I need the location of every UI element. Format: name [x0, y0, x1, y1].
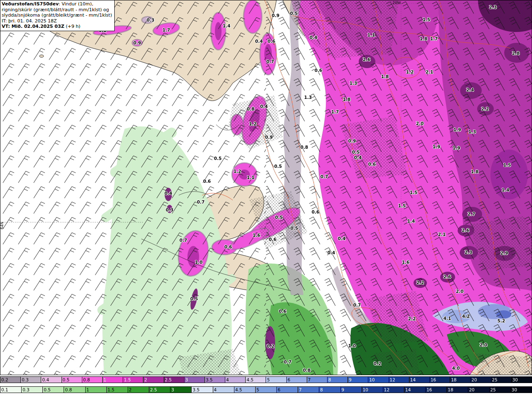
precip-value-label: 0.4 — [310, 35, 318, 40]
precip-value-label: 1.7 — [163, 27, 170, 32]
precip-value-label: 2.8 — [512, 51, 520, 56]
precip-value-label: 2.1 — [426, 69, 433, 74]
precip-value-label: 0.8 — [247, 106, 255, 111]
legend-cell: 1.5 — [107, 386, 128, 393]
legend-cell: 1 — [103, 376, 123, 383]
precip-value-label: 1.8 — [471, 169, 479, 174]
legend-snow-scale: 0.20.30.40.50.811.522.533.544.5567891012… — [0, 376, 532, 383]
precip-value-label: 0.6 — [203, 179, 211, 184]
title-rest: : Vindur (10m), — [59, 1, 93, 7]
legend-cell: 3.5 — [205, 376, 225, 383]
precip-value-label: 0.5 — [352, 150, 360, 155]
precip-value-label: 0.3 — [166, 207, 174, 212]
legend-cell: 10 — [362, 386, 383, 393]
legend-cell: 2 — [128, 386, 149, 393]
precip-value-label: 0.8 — [303, 368, 311, 373]
legend-cell: 8 — [319, 386, 340, 393]
title-line: Veðurstofan/IS750dev: Vindur (10m), — [2, 1, 112, 7]
legend-cell: 8 — [328, 376, 348, 383]
precip-value-label: 0.6 — [268, 39, 276, 44]
precip-value-label: 1.5 — [398, 203, 406, 208]
legend-cell: 4 — [225, 376, 246, 383]
legend-cell: 20 — [470, 376, 491, 383]
precip-value-label: 1.2 — [234, 169, 241, 174]
precip-value-label: 1.9 — [433, 144, 441, 149]
legend-cell: 5 — [266, 376, 286, 383]
legend-desc-rain: rigning/skúrir (grænt/blátt/rautt - mm/1… — [2, 7, 112, 13]
precip-value-label: 2.0 — [416, 121, 424, 126]
precip-value-label: 0.4 — [255, 39, 263, 44]
legend-cell: 18 — [450, 376, 470, 383]
legend-cell: 30 — [511, 386, 532, 393]
precip-value-label: 2.6 — [462, 228, 470, 233]
init-time: IT: þri. 01. 04. 2025 18Z — [2, 18, 112, 24]
precip-value-label: 2.4 — [466, 87, 474, 92]
legend-cell: 1.5 — [123, 376, 143, 383]
precip-value-label: 2.6 — [363, 57, 371, 62]
precip-value-label: 0.8 — [300, 145, 308, 150]
precip-value-label: 1.5 — [410, 190, 418, 195]
precip-value-label: 2.0 — [480, 342, 488, 347]
precip-value-label: 0.4 — [338, 236, 346, 241]
legend-cell: 7 — [307, 376, 328, 383]
legend-cell: 16 — [430, 376, 450, 383]
precip-value-label: 0.7 — [320, 174, 328, 179]
precip-value-label: 2.2 — [408, 316, 416, 321]
legend-cell: 10 — [368, 376, 389, 383]
legend-cell: 4.5 — [246, 376, 266, 383]
precip-value-label: 1.6 — [253, 233, 261, 238]
precip-value-label: 0.9 — [133, 40, 141, 45]
precip-value-label: 0.7 — [284, 359, 292, 364]
weather-chart-page: 20W 64N 0.31.70.80.91.40.90.51.52.30.40.… — [0, 0, 532, 398]
precip-value-label: 0.6 — [368, 162, 376, 167]
precip-value-label: 0.3 — [147, 17, 155, 22]
precip-value-label: 1.1 — [247, 175, 255, 180]
precip-value-label: 1.0 — [195, 260, 203, 265]
precip-value-label: 1.7 — [430, 36, 438, 41]
legend-zone: 0.20.30.40.50.811.522.533.544.5567891012… — [0, 375, 532, 398]
valid-time: VT: Mið. 02.04.2025 03Z — [2, 24, 64, 29]
precip-value-label: 0.4 — [354, 155, 362, 160]
legend-rain-scale: 0.10.30.50.811.522.533.544.5567891012141… — [0, 386, 532, 393]
precip-value-label: 0.5 — [190, 296, 198, 301]
legend-cell: 25 — [491, 376, 512, 383]
precip-value-label: 1.8 — [381, 74, 389, 79]
precip-value-label: 2.1 — [438, 232, 446, 237]
precip-value-label: 1.6 — [402, 260, 410, 265]
legend-cell: 6 — [277, 386, 298, 393]
precip-value-label: 2.0 — [456, 289, 464, 294]
precip-value-label: 2.2 — [416, 280, 424, 285]
precip-value-label: 0.9 — [265, 135, 273, 140]
legend-cell: 18 — [447, 386, 468, 393]
precip-value-label: 0.5 — [274, 164, 282, 169]
valid-time-line: VT: Mið. 02.04.2025 03Z (+9 h) — [2, 24, 112, 29]
precip-value-label: 2.6 — [443, 274, 451, 279]
legend-cell: 0.5 — [62, 376, 82, 383]
legend-cell: 0.8 — [82, 376, 103, 383]
legend-cell: 5 — [256, 386, 277, 393]
precip-value-label: 2.3 — [465, 250, 473, 255]
precip-value-label: 0.5 — [275, 215, 283, 220]
chart-title-box: Veðurstofan/IS750dev: Vindur (10m), rign… — [0, 0, 115, 31]
precip-value-label: 4.1 — [443, 316, 451, 321]
precip-value-label: 0.7 — [180, 238, 187, 243]
precip-value-label: 1.8 — [343, 97, 351, 102]
precip-value-label: 2.7 — [468, 211, 475, 216]
precip-value-label: 1.5 — [423, 17, 431, 22]
legend-cell: 4.5 — [234, 386, 256, 393]
precip-value-label: 1.9 — [453, 145, 461, 150]
legend-cell: 30 — [512, 376, 532, 383]
legend-cell: 0.5 — [43, 386, 64, 393]
precip-value-label: 1.8 — [420, 36, 428, 41]
precip-value-label: 1.2 — [406, 69, 414, 74]
legend-cell: 14 — [404, 386, 426, 393]
precip-value-label: 4.2 — [462, 314, 470, 319]
legend-cell: 0.8 — [64, 386, 85, 393]
precip-value-label: 1.9 — [453, 127, 461, 132]
precip-value-label: 0.5 — [290, 11, 298, 16]
legend-cell: 7 — [298, 386, 319, 393]
legend-cell: 20 — [468, 386, 489, 393]
legend-cell: 0.1 — [0, 386, 22, 393]
precip-value-label: 2.3 — [489, 5, 497, 10]
legend-cell: 0.2 — [0, 376, 21, 383]
